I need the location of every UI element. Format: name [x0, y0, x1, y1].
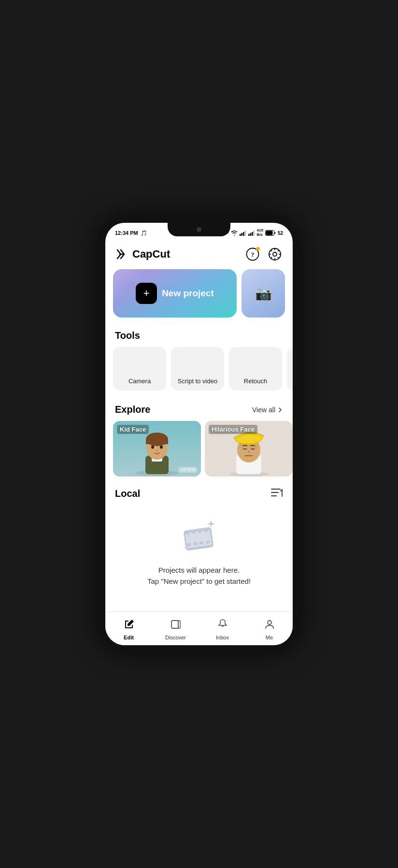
kid-face-label: Kid Face — [117, 425, 149, 434]
header-icons: ? — [244, 246, 283, 262]
tools-title: Tools — [115, 330, 140, 341]
svg-rect-1 — [241, 233, 242, 236]
tool-script-label: Script to video — [178, 377, 217, 385]
svg-rect-3 — [244, 231, 246, 236]
local-header: Local — [105, 487, 293, 507]
explore-scroll: Kid Face AFTER — [105, 419, 293, 478]
svg-rect-2 — [243, 232, 244, 236]
tool-camera-label: Camera — [128, 377, 151, 385]
svg-rect-9 — [266, 231, 272, 235]
plus-icon: + — [136, 283, 157, 304]
nav-inbox[interactable]: Inbox — [199, 617, 246, 640]
explore-card-hilarious[interactable]: Hilarious Face — [205, 421, 293, 477]
tool-retouch-label: Retouch — [244, 377, 267, 385]
help-button[interactable]: ? — [244, 246, 261, 262]
tools-section: Tools Camera Script to video Retouch Mor… — [105, 322, 293, 397]
film-reel-icon — [180, 517, 218, 557]
nav-me[interactable]: Me — [246, 617, 293, 640]
hilarious-face-label: Hilarious Face — [209, 425, 257, 434]
camera-button[interactable]: 📷 — [242, 269, 285, 318]
svg-rect-51 — [204, 529, 208, 532]
svg-point-28 — [248, 451, 250, 453]
explore-title: Explore — [115, 404, 150, 415]
new-project-button[interactable]: + New project — [113, 269, 237, 318]
data-speed: 415B/s — [257, 229, 263, 237]
nav-me-label: Me — [266, 635, 273, 640]
bottom-nav: Edit Discover Inbox — [105, 611, 293, 645]
svg-rect-48 — [185, 532, 190, 535]
status-left: 12:34 PM 🎵 — [115, 230, 147, 236]
nav-discover[interactable]: Discover — [152, 617, 199, 640]
chevron-right-icon — [277, 407, 283, 413]
tool-camera[interactable]: Camera — [113, 347, 166, 391]
svg-rect-7 — [253, 231, 255, 236]
music-icon: 🎵 — [141, 230, 147, 236]
wifi-icon — [231, 231, 238, 236]
nav-inbox-label: Inbox — [216, 635, 229, 640]
empty-state: Projects will appear here. Tap "New proj… — [105, 507, 293, 601]
notch — [168, 223, 230, 236]
discover-icon — [170, 619, 182, 633]
tool-more[interactable]: More — [287, 347, 293, 391]
svg-rect-53 — [193, 542, 198, 545]
nav-edit-label: Edit — [124, 635, 134, 640]
local-title: Local — [115, 488, 140, 499]
view-all-button[interactable]: View all — [252, 406, 283, 414]
svg-point-23 — [156, 450, 158, 451]
svg-text:?: ? — [251, 251, 255, 258]
explore-card-kid-face[interactable]: Kid Face AFTER — [113, 421, 201, 477]
svg-rect-6 — [252, 232, 253, 236]
time: 12:34 PM — [115, 230, 138, 236]
svg-rect-52 — [187, 543, 191, 546]
kid-face-scene: Kid Face AFTER — [113, 421, 201, 477]
new-project-label: New project — [162, 288, 214, 299]
notification-badge — [256, 247, 260, 251]
logo-area: CapCut — [115, 247, 170, 261]
empty-line2: Tap "New project" to get started! — [147, 576, 251, 587]
svg-rect-4 — [248, 234, 250, 236]
explore-header: Explore View all — [105, 399, 293, 419]
svg-point-58 — [268, 621, 271, 624]
signal2-icon — [248, 231, 255, 236]
svg-point-21 — [151, 446, 154, 449]
inbox-icon — [217, 619, 228, 633]
svg-rect-20 — [146, 439, 168, 444]
svg-rect-56 — [171, 621, 178, 628]
svg-point-12 — [273, 252, 277, 256]
svg-rect-57 — [178, 621, 180, 628]
svg-point-22 — [160, 446, 163, 449]
app-title: CapCut — [132, 248, 170, 260]
svg-rect-54 — [199, 541, 204, 545]
svg-rect-55 — [206, 540, 210, 544]
phone-frame: 12:34 PM 🎵 • — [100, 217, 298, 651]
tools-header: Tools — [105, 325, 293, 345]
settings-button[interactable] — [267, 246, 283, 262]
empty-line1: Projects will appear here. — [147, 565, 251, 576]
nav-edit[interactable]: Edit — [105, 617, 152, 640]
after-badge: AFTER — [179, 467, 197, 473]
notch-camera — [197, 227, 201, 232]
sort-button[interactable] — [270, 487, 283, 500]
svg-rect-50 — [198, 530, 202, 533]
tools-scroll: Camera Script to video Retouch More — [105, 345, 293, 392]
explore-section: Explore View all — [105, 397, 293, 483]
tool-script-to-video[interactable]: Script to video — [171, 347, 224, 391]
empty-text: Projects will appear here. Tap "New proj… — [147, 565, 251, 587]
main-content: CapCut ? — [105, 240, 293, 611]
edit-icon — [123, 619, 135, 633]
hilarious-face-scene: Hilarious Face — [205, 421, 293, 477]
status-right: • — [227, 229, 283, 237]
signal-icon — [240, 231, 246, 236]
svg-rect-0 — [240, 234, 241, 236]
battery-percent: 52 — [278, 231, 283, 236]
phone-screen: 12:34 PM 🎵 • — [105, 223, 293, 645]
me-icon — [264, 619, 275, 633]
local-section: Local — [105, 483, 293, 611]
hero-section: + New project 📷 — [105, 267, 293, 322]
camera-icon: 📷 — [255, 286, 272, 302]
tool-retouch[interactable]: Retouch — [229, 347, 282, 391]
app-header: CapCut ? — [105, 240, 293, 267]
capcut-logo-icon — [115, 247, 128, 261]
battery-icon — [265, 230, 276, 236]
svg-rect-49 — [192, 531, 196, 534]
